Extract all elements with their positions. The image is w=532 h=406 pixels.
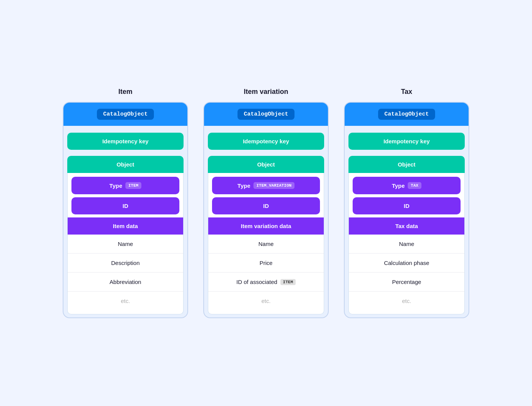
tax-type-row: Type TAX <box>353 177 461 194</box>
diagram-container: Item CatalogObject Idempotency key Objec… <box>15 88 517 318</box>
tax-card: CatalogObject Idempotency key Object Typ… <box>344 102 469 318</box>
item-data-name: Name <box>68 235 183 254</box>
item-variation-catalog-header: CatalogObject <box>204 103 328 126</box>
tax-object-header: Object <box>348 156 465 173</box>
item-data-label: Item data <box>113 223 138 229</box>
item-id-label: ID <box>123 203 128 209</box>
tax-object-inner: Type TAX ID Tax data Name Calcul <box>348 173 465 314</box>
tax-data-name: Name <box>349 235 464 254</box>
item-object-inner: Type ITEM ID Item data Name Desc <box>67 173 184 314</box>
tax-object-label: Object <box>398 161 416 168</box>
tax-type-badge: TAX <box>408 182 421 189</box>
item-catalog-badge: CatalogObject <box>97 109 154 120</box>
tax-catalog-badge: CatalogObject <box>378 109 435 120</box>
tax-idempotency-label: Idempotency key <box>383 138 430 144</box>
item-idempotency-row: Idempotency key <box>67 133 184 150</box>
item-column: Item CatalogObject Idempotency key Objec… <box>63 88 188 318</box>
item-variation-object-inner: Type ITEM_VARIATION ID Item variation da… <box>208 173 324 314</box>
item-variation-associated-badge: ITEM <box>280 279 296 285</box>
item-id-row: ID <box>71 197 179 214</box>
tax-data-calculation-phase: Calculation phase <box>349 254 464 273</box>
item-variation-column: Item variation CatalogObject Idempotency… <box>203 88 329 318</box>
item-column-title: Item <box>118 88 132 96</box>
item-variation-card: CatalogObject Idempotency key Object Typ… <box>203 102 329 318</box>
item-variation-catalog-badge: CatalogObject <box>238 109 294 120</box>
item-variation-data-etc: etc. <box>208 292 324 310</box>
tax-id-label: ID <box>404 203 410 209</box>
item-variation-object-header: Object <box>208 156 324 173</box>
item-variation-data-associated: ID of associated ITEM <box>208 273 324 292</box>
item-object-label: Object <box>117 161 135 168</box>
item-variation-column-title: Item variation <box>244 88 288 96</box>
item-data-description: Description <box>68 254 183 273</box>
item-data-header: Item data <box>68 217 183 235</box>
item-type-badge: ITEM <box>125 182 141 189</box>
item-variation-type-row: Type ITEM_VARIATION <box>212 177 320 194</box>
item-type-row: Type ITEM <box>71 177 179 194</box>
item-variation-data-name: Name <box>208 235 324 254</box>
item-card: CatalogObject Idempotency key Object Typ… <box>63 102 188 318</box>
tax-id-row: ID <box>353 197 461 214</box>
item-variation-data-header: Item variation data <box>208 217 324 235</box>
item-variation-data-price: Price <box>208 254 324 273</box>
tax-type-label: Type <box>392 182 405 189</box>
tax-data-etc: etc. <box>349 292 464 310</box>
item-variation-idempotency-label: Idempotency key <box>243 138 289 144</box>
tax-catalog-header: CatalogObject <box>345 103 469 126</box>
tax-data-header: Tax data <box>349 217 464 235</box>
tax-column-title: Tax <box>401 88 412 96</box>
item-object-header: Object <box>67 156 184 173</box>
tax-idempotency-row: Idempotency key <box>348 133 465 150</box>
tax-data-percentage: Percentage <box>349 273 464 292</box>
item-variation-type-label: Type <box>238 182 250 189</box>
item-variation-id-label: ID <box>263 203 269 209</box>
item-catalog-header: CatalogObject <box>63 103 187 126</box>
item-variation-object-label: Object <box>257 161 275 168</box>
tax-column: Tax CatalogObject Idempotency key Object… <box>344 88 469 318</box>
item-variation-data-label: Item variation data <box>241 223 291 229</box>
item-data-etc: etc. <box>68 292 183 310</box>
item-type-label: Type <box>109 182 122 189</box>
item-data-abbreviation: Abbreviation <box>68 273 183 292</box>
tax-data-label: Tax data <box>395 223 418 229</box>
item-variation-idempotency-row: Idempotency key <box>208 133 324 150</box>
item-variation-id-row: ID <box>212 197 320 214</box>
item-variation-type-badge: ITEM_VARIATION <box>253 182 294 189</box>
item-idempotency-label: Idempotency key <box>102 138 149 144</box>
